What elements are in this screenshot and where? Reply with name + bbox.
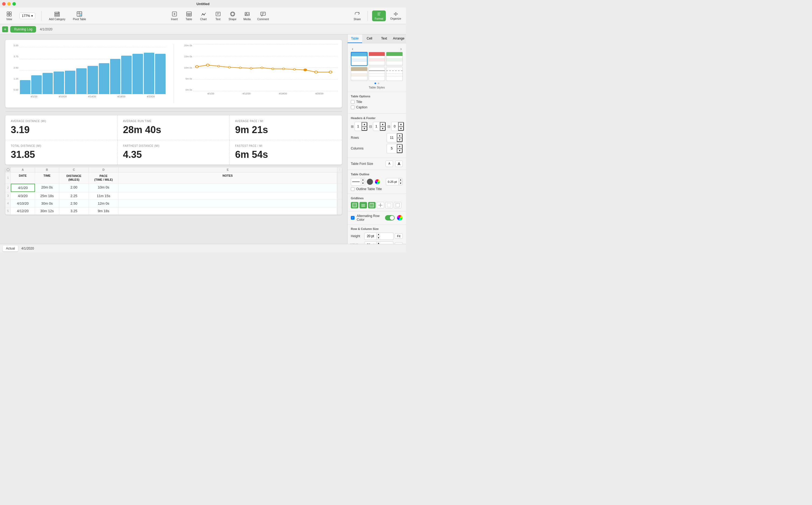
gridlines-all-btn[interactable] (351, 202, 358, 208)
alternating-toggle[interactable] (385, 215, 395, 220)
insert-button[interactable]: Insert (168, 10, 181, 22)
alternating-color-picker[interactable] (397, 215, 403, 221)
outline-title-checkbox[interactable] (351, 187, 355, 191)
footer-up[interactable]: ▲ (398, 122, 404, 126)
styles-dot-inactive[interactable] (378, 82, 379, 84)
outline-style-stepper[interactable]: ▲ ▼ (351, 178, 365, 186)
cols-stepper[interactable]: 5 ▲ ▼ (387, 144, 403, 153)
col-letter-a[interactable]: A (11, 167, 35, 172)
cell-4-dist[interactable]: 2.50 (59, 200, 89, 207)
cell-5-pace[interactable]: 9m 18s (89, 207, 118, 214)
alternating-checkbox[interactable]: ✓ (351, 216, 355, 220)
panel-tab-arrange[interactable]: Arrange (391, 34, 406, 43)
height-up[interactable]: ▲ (377, 233, 380, 236)
close-button[interactable] (2, 2, 6, 6)
cols-up[interactable]: ▲ (397, 144, 402, 148)
organize-button[interactable]: Organize (388, 10, 403, 21)
style-thumb-1[interactable] (351, 52, 367, 66)
cell-2-time[interactable]: 20m 0s (35, 184, 59, 192)
gridlines-none-btn[interactable] (385, 202, 393, 208)
font-size-small-btn[interactable]: A (385, 161, 393, 167)
style-thumb-6[interactable] (386, 67, 403, 81)
panel-tab-cell[interactable]: Cell (362, 34, 377, 43)
cell-2-date[interactable]: 4/1/20 (11, 184, 35, 192)
col-letter-b[interactable]: B (35, 167, 59, 172)
chart-toolbar-button[interactable]: Chart (198, 10, 210, 22)
styles-dot-active[interactable] (374, 82, 376, 84)
outline-value-stepper[interactable]: 0.25 pt ▲ ▼ (386, 178, 403, 185)
footer-down[interactable]: ▼ (398, 126, 404, 131)
header-cols-up[interactable]: ▲ (380, 122, 385, 126)
add-category-button[interactable]: Add Category (47, 10, 67, 22)
fullscreen-button[interactable] (12, 2, 16, 6)
style-thumb-4[interactable] (351, 67, 367, 81)
header-cols-stepper[interactable]: 1 ▲ ▼ (373, 122, 386, 131)
header-distance[interactable]: DISTANCE(MILES) (59, 172, 89, 183)
style-thumb-2[interactable] (369, 52, 385, 66)
cell-5-dist[interactable]: 3.25 (59, 207, 89, 214)
table-toolbar-button[interactable]: Table (183, 10, 195, 22)
cell-3-dist[interactable]: 2.25 (59, 192, 89, 199)
rows-down[interactable]: ▼ (397, 138, 402, 142)
cell-4-time[interactable]: 30m 0s (35, 200, 59, 207)
rows-stepper[interactable]: 11 ▲ ▼ (387, 133, 403, 142)
title-checkbox[interactable] (351, 100, 355, 104)
add-tab-button[interactable]: + (2, 26, 8, 32)
header-rows-stepper[interactable]: 1 ▲ ▼ (355, 122, 367, 131)
col-letter-c[interactable]: C (59, 167, 89, 172)
gridlines-outer-btn[interactable] (394, 202, 401, 208)
cell-4-notes[interactable] (118, 200, 337, 207)
styles-prev-arrow[interactable]: ‹ (351, 46, 354, 52)
gridlines-cols-active-btn[interactable] (368, 202, 375, 208)
height-fit-btn[interactable]: Fit (395, 233, 403, 239)
footer-stepper[interactable]: 0 ▲ ▼ (391, 122, 404, 131)
style-thumb-3[interactable] (386, 52, 403, 66)
shape-toolbar-button[interactable]: Shape (227, 10, 239, 22)
cell-3-notes[interactable] (118, 192, 337, 199)
header-rows-down[interactable]: ▼ (362, 126, 367, 131)
zoom-control[interactable]: 177% ▾ (19, 13, 35, 19)
caption-checkbox[interactable] (351, 106, 355, 109)
comment-toolbar-button[interactable]: Comment (256, 10, 270, 22)
header-rows-up[interactable]: ▲ (362, 122, 367, 126)
outline-style-down[interactable]: ▼ (361, 182, 365, 185)
share-button[interactable]: Share (351, 10, 363, 22)
height-down[interactable]: ▼ (377, 236, 380, 239)
style-thumb-5[interactable] (369, 67, 385, 81)
cell-5-time[interactable]: 30m 12s (35, 207, 59, 214)
width-stepper[interactable]: 50 pt ▲ ▼ (364, 241, 393, 244)
bottom-tab-date[interactable]: 4/1/2020 (18, 245, 37, 251)
font-size-large-btn[interactable]: A (395, 161, 403, 167)
panel-tab-text[interactable]: Text (377, 34, 391, 43)
cell-2-notes[interactable] (118, 184, 337, 192)
table-corner[interactable] (5, 167, 11, 172)
running-log-tab[interactable]: Running Log (10, 26, 36, 32)
header-notes[interactable]: NOTES (118, 172, 337, 183)
panel-tab-table[interactable]: Table (348, 34, 362, 43)
col-letter-d[interactable]: D (89, 167, 118, 172)
outline-value-up[interactable]: ▲ (399, 178, 402, 182)
cell-3-time[interactable]: 25m 18s (35, 192, 59, 199)
height-stepper[interactable]: 20 pt ▲ ▼ (364, 232, 393, 240)
width-up[interactable]: ▲ (377, 242, 380, 244)
outline-rainbow-swatch[interactable] (375, 179, 380, 184)
header-cols-down[interactable]: ▼ (380, 126, 385, 131)
cell-4-pace[interactable]: 12m 0s (89, 200, 118, 207)
scroll-handle[interactable]: ⋮ (337, 167, 342, 172)
cell-5-date[interactable]: 4/12/20 (11, 207, 35, 214)
cols-down[interactable]: ▼ (397, 148, 402, 153)
gridlines-inner-btn[interactable] (377, 202, 384, 208)
outline-color-swatch[interactable] (367, 179, 373, 185)
traffic-lights[interactable] (2, 2, 16, 6)
cell-3-pace[interactable]: 11m 15s (89, 192, 118, 199)
col-letter-e[interactable]: E (118, 167, 337, 172)
date-tab[interactable]: 4/1/2020 (36, 26, 56, 32)
header-time[interactable]: TIME (35, 172, 59, 183)
cell-3-date[interactable]: 4/3/20 (11, 192, 35, 199)
format-button[interactable]: Format (372, 10, 386, 21)
pivot-table-button[interactable]: Pivot Table (71, 10, 88, 22)
cell-2-pace[interactable]: 10m 0s (89, 184, 118, 192)
cell-2-dist[interactable]: 2.00 (59, 184, 89, 192)
header-pace[interactable]: PACE(TIME / MILE) (89, 172, 118, 183)
bottom-tab-actual[interactable]: Actual (3, 245, 18, 251)
